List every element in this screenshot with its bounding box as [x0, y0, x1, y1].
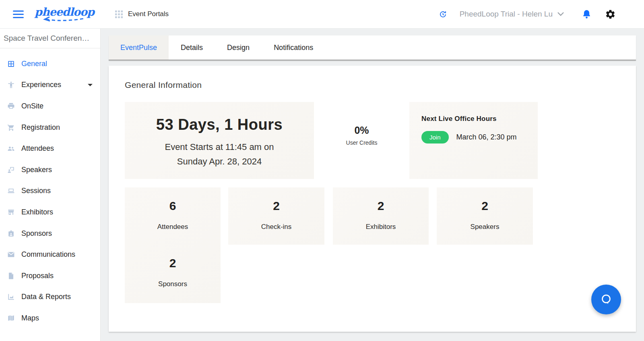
speakers-label: Speakers [471, 223, 500, 231]
eventpulse-panel: General Information 53 Days, 1 Hours Eve… [109, 66, 636, 332]
sidebar-item-experiences[interactable]: Experiences [0, 75, 100, 96]
sidebar: Space Travel Conferen… General Experienc… [0, 29, 101, 341]
person-icon [7, 81, 15, 89]
logo-text: pheedloop [35, 6, 94, 17]
stat-attendees: 6 Attendees [125, 187, 221, 245]
chevron-down-icon [557, 11, 565, 17]
document-icon [7, 272, 15, 280]
event-name: Space Travel Conferen… [0, 29, 100, 48]
stat-card-checkins: 2 Check-ins [228, 187, 324, 245]
countdown-headline: 53 Days, 1 Hours [156, 115, 283, 134]
stat-exhibitors: 2 Exhibitors [333, 187, 429, 245]
event-portals-button[interactable]: Event Portals [115, 10, 169, 18]
table-grid-icon [7, 60, 15, 68]
sidebar-item-sessions[interactable]: Sessions [0, 181, 100, 202]
sidebar-item-maps[interactable]: Maps [0, 308, 100, 329]
countdown-card: 53 Days, 1 Hours Event Starts at 11:45 a… [125, 102, 314, 179]
gear-icon [605, 9, 616, 20]
sidebar-item-speakers[interactable]: Speakers [0, 159, 100, 181]
bell-icon [582, 9, 592, 19]
sidebar-item-attendees[interactable]: Attendees [0, 138, 100, 159]
office-hours-title: Next Live Office Hours [421, 115, 538, 123]
pheedloop-logo[interactable]: pheedloop [35, 6, 94, 22]
sidebar-item-data-reports[interactable]: Data & Reports [0, 287, 100, 308]
laptop-icon [7, 187, 15, 195]
join-button[interactable]: Join [421, 131, 449, 143]
stat-checkins: 2 Check-ins [228, 187, 324, 245]
printer-icon [7, 102, 15, 110]
exhibitors-count: 2 [378, 198, 384, 214]
cart-icon [7, 124, 15, 131]
countdown-subtext: Event Starts at 11:45 am on Sunday Apr. … [165, 140, 274, 169]
attendees-count: 6 [169, 198, 176, 214]
account-label: PheedLoop Trial - Helen Lu [460, 10, 553, 19]
logo-arrow-icon [42, 17, 87, 22]
caret-down-icon [87, 83, 93, 87]
attendees-label: Attendees [157, 223, 188, 231]
stat-card-exhibitors: 2 Exhibitors [333, 187, 429, 245]
settings-button[interactable] [605, 9, 616, 20]
envelope-icon [7, 251, 15, 258]
sidebar-item-proposals[interactable]: Proposals [0, 265, 100, 287]
account-dropdown[interactable]: PheedLoop Trial - Helen Lu [460, 10, 565, 19]
checkins-count: 2 [273, 198, 280, 214]
grid-icon [115, 10, 123, 18]
user-credits-value: 0% [354, 125, 369, 136]
main-area: EventPulse Details Design Notifications … [101, 29, 644, 341]
office-hours-time: March 06, 2:30 pm [456, 133, 517, 141]
chat-support-button[interactable] [591, 285, 621, 314]
badge-icon [7, 230, 15, 237]
presenter-icon [7, 166, 15, 174]
header-left: pheedloop [0, 6, 101, 22]
office-hours-card: Next Live Office Hours Join March 06, 2:… [409, 102, 538, 179]
page-title: General Information [125, 80, 202, 90]
refresh-button[interactable] [439, 9, 448, 19]
stat-sponsors: 2 Sponsors [125, 245, 221, 302]
stat-card-speakers: 2 Speakers [437, 187, 533, 245]
stat-speakers: 2 Speakers [437, 187, 533, 245]
sidebar-item-sponsors[interactable]: Sponsors [0, 223, 100, 244]
sidebar-item-onsite[interactable]: OnSite [0, 96, 100, 117]
people-icon [7, 145, 15, 152]
tab-design[interactable]: Design [215, 35, 262, 60]
storefront-icon [7, 208, 15, 216]
tab-bar: EventPulse Details Design Notifications [109, 35, 636, 60]
notifications-bell-button[interactable] [582, 9, 592, 19]
chat-icon [599, 292, 613, 307]
user-credits: 0% User Credits [314, 102, 409, 179]
sidebar-item-communications[interactable]: Communications [0, 244, 100, 265]
speakers-count: 2 [481, 198, 488, 214]
sidebar-item-exhibitors[interactable]: Exhibitors [0, 202, 100, 223]
checkins-label: Check-ins [261, 223, 292, 231]
sponsors-count: 2 [169, 255, 176, 271]
user-credits-label: User Credits [346, 139, 378, 146]
stat-card-attendees-sponsors: 6 Attendees 2 Sponsors [125, 187, 221, 303]
map-icon [7, 314, 15, 322]
hamburger-menu-icon[interactable] [13, 10, 24, 18]
exhibitors-label: Exhibitors [366, 223, 396, 231]
sidebar-item-registration[interactable]: Registration [0, 117, 100, 138]
refresh-icon [439, 10, 447, 19]
app-header: pheedloop Event Portals PheedLoop Trial … [0, 0, 644, 29]
event-portals-label: Event Portals [128, 10, 169, 18]
tab-eventpulse[interactable]: EventPulse [109, 35, 169, 60]
tab-notifications[interactable]: Notifications [262, 35, 325, 60]
sidebar-item-general[interactable]: General [0, 53, 100, 75]
chart-icon [7, 293, 15, 301]
header-right: PheedLoop Trial - Helen Lu [439, 9, 644, 20]
tab-details[interactable]: Details [169, 35, 215, 60]
sponsors-label: Sponsors [158, 280, 187, 288]
sidebar-nav: General Experiences OnSite Registration [0, 48, 100, 329]
